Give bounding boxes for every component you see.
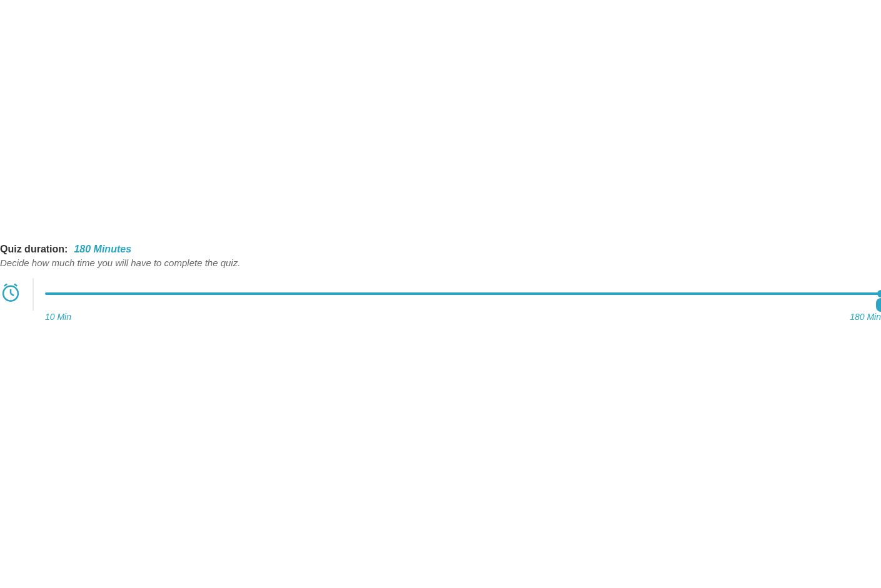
duration-label: Quiz duration: bbox=[0, 244, 68, 255]
duration-slider[interactable] bbox=[45, 289, 881, 298]
duration-slider-container: 10 Min 180 Min bbox=[45, 286, 881, 322]
quiz-duration-section: Quiz duration: 180 Minutes Decide how mu… bbox=[0, 244, 881, 322]
svg-line-2 bbox=[11, 294, 14, 296]
slider-divider bbox=[33, 278, 34, 311]
svg-line-3 bbox=[4, 284, 7, 286]
slider-max-label: 180 Min bbox=[850, 312, 881, 322]
slider-min-label: 10 Min bbox=[45, 312, 71, 322]
duration-header: Quiz duration: 180 Minutes bbox=[0, 244, 881, 255]
slider-thumb[interactable] bbox=[877, 290, 881, 297]
clock-icon bbox=[0, 282, 21, 303]
slider-row: 10 Min 180 Min bbox=[0, 286, 881, 322]
duration-description: Decide how much time you will have to co… bbox=[0, 257, 881, 268]
svg-line-4 bbox=[14, 284, 17, 286]
slider-track bbox=[45, 292, 881, 295]
slider-tooltip bbox=[876, 298, 881, 312]
slider-labels: 10 Min 180 Min bbox=[45, 312, 881, 322]
duration-value: 180 Minutes bbox=[74, 244, 131, 255]
